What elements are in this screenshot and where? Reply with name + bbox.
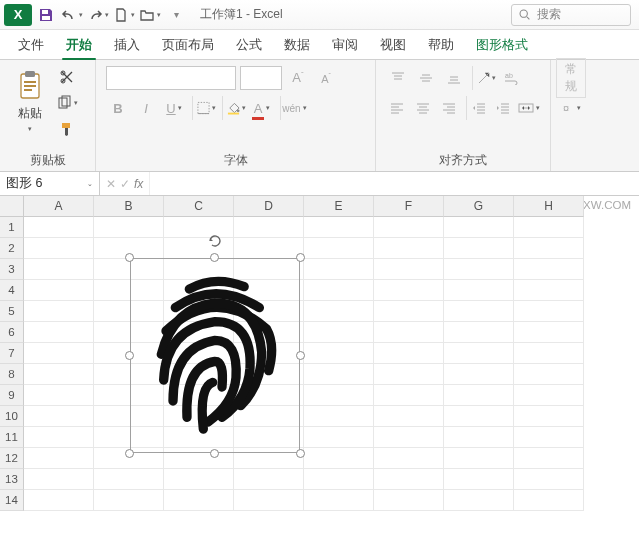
cell[interactable] [304,469,374,490]
align-middle-button[interactable] [414,66,438,90]
cell[interactable] [24,490,94,511]
name-box[interactable]: 图形 6 ⌄ [0,172,100,195]
cell[interactable] [444,343,514,364]
bold-button[interactable]: B [106,96,130,120]
cell[interactable] [374,301,444,322]
enter-formula-button[interactable]: ✓ [120,177,130,191]
font-size-combo[interactable] [240,66,282,90]
cell[interactable] [304,217,374,238]
column-header[interactable]: D [234,196,304,217]
cancel-formula-button[interactable]: ✕ [106,177,116,191]
new-file-button[interactable]: ▾ [112,3,136,27]
tab-data[interactable]: 数据 [276,32,318,59]
cell[interactable] [374,322,444,343]
cell[interactable] [24,238,94,259]
select-all-corner[interactable] [0,196,24,217]
fingerprint-icon[interactable] [142,268,288,443]
cell[interactable] [444,322,514,343]
open-file-button[interactable]: ▾ [138,3,162,27]
cell[interactable] [514,238,584,259]
phonetic-button[interactable]: wén▾ [280,96,304,120]
resize-handle-s[interactable] [210,449,219,458]
formula-input[interactable] [150,172,639,195]
column-header[interactable]: C [164,196,234,217]
font-name-combo[interactable] [106,66,236,90]
cell[interactable] [234,490,304,511]
align-left-button[interactable] [386,96,408,120]
tab-view[interactable]: 视图 [372,32,414,59]
cell[interactable] [444,469,514,490]
italic-button[interactable]: I [134,96,158,120]
cell[interactable] [444,427,514,448]
tab-review[interactable]: 审阅 [324,32,366,59]
row-header[interactable]: 14 [0,490,24,511]
cell[interactable] [374,280,444,301]
resize-handle-e[interactable] [296,351,305,360]
cell[interactable] [444,259,514,280]
cell[interactable] [374,427,444,448]
cell[interactable] [304,280,374,301]
tab-insert[interactable]: 插入 [106,32,148,59]
cell[interactable] [374,490,444,511]
font-color-button[interactable]: A▾ [250,96,274,120]
cell[interactable] [514,343,584,364]
cell[interactable] [444,406,514,427]
tab-shape-format[interactable]: 图形格式 [468,32,536,59]
currency-button[interactable]: ¤▾ [559,96,583,120]
paste-button[interactable]: 粘贴 ▾ [6,64,54,149]
cell[interactable] [94,217,164,238]
column-header[interactable]: G [444,196,514,217]
search-input[interactable]: 搜索 [511,4,631,26]
cell[interactable] [444,490,514,511]
cell[interactable] [444,364,514,385]
cell[interactable] [374,406,444,427]
cell[interactable] [24,259,94,280]
cell[interactable] [24,364,94,385]
cell[interactable] [514,448,584,469]
row-header[interactable]: 2 [0,238,24,259]
resize-handle-se[interactable] [296,449,305,458]
cell[interactable] [24,406,94,427]
cell[interactable] [234,217,304,238]
tab-formulas[interactable]: 公式 [228,32,270,59]
cell[interactable] [304,301,374,322]
format-painter-button[interactable] [56,118,78,140]
cell[interactable] [444,385,514,406]
selected-shape[interactable] [130,258,300,453]
rotate-handle[interactable] [206,232,224,250]
row-header[interactable]: 3 [0,259,24,280]
resize-handle-sw[interactable] [125,449,134,458]
fx-button[interactable]: fx [134,177,143,191]
cell[interactable] [24,322,94,343]
column-header[interactable]: B [94,196,164,217]
cell[interactable] [374,469,444,490]
column-header[interactable]: F [374,196,444,217]
row-header[interactable]: 10 [0,406,24,427]
resize-handle-w[interactable] [125,351,134,360]
cell[interactable] [24,301,94,322]
cells-area[interactable] [24,217,639,537]
cell[interactable] [304,385,374,406]
number-format-combo[interactable]: 常规 [559,66,583,90]
cell[interactable] [24,469,94,490]
decrease-font-button[interactable]: Aˇ [314,66,338,90]
cell[interactable] [374,448,444,469]
cell[interactable] [374,385,444,406]
orientation-button[interactable]: ▾ [472,66,496,90]
cell[interactable] [24,217,94,238]
row-header[interactable]: 4 [0,280,24,301]
cell[interactable] [514,469,584,490]
cell[interactable] [444,448,514,469]
align-top-button[interactable] [386,66,410,90]
copy-button[interactable]: ▾ [56,92,78,114]
row-header[interactable]: 12 [0,448,24,469]
qat-customize[interactable]: ▾ [164,3,188,27]
cell[interactable] [304,322,374,343]
column-header[interactable]: H [514,196,584,217]
tab-file[interactable]: 文件 [10,32,52,59]
cell[interactable] [444,238,514,259]
cell[interactable] [304,259,374,280]
tab-help[interactable]: 帮助 [420,32,462,59]
cell[interactable] [444,301,514,322]
cell[interactable] [514,490,584,511]
